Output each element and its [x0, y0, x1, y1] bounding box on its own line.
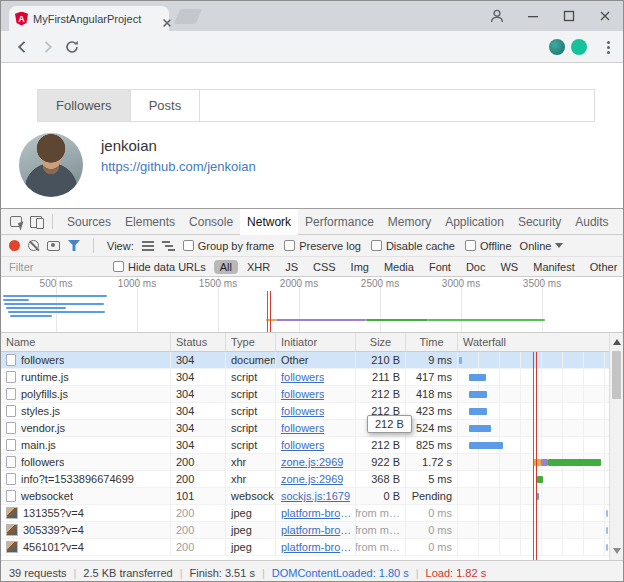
- devtools-tab-memory[interactable]: Memory: [381, 209, 438, 235]
- column-header-size[interactable]: Size: [356, 333, 406, 351]
- browser-menu-icon[interactable]: [599, 38, 617, 56]
- record-icon[interactable]: [9, 240, 20, 251]
- checkbox-hide-data-urls[interactable]: Hide data URLs: [113, 261, 206, 273]
- browser-tab[interactable]: MyFirstAngularProject: [9, 6, 169, 31]
- scroll-down-icon[interactable]: [613, 548, 621, 554]
- initiator-link[interactable]: platform-brows…: [281, 507, 355, 519]
- profile-icon[interactable]: [479, 1, 515, 31]
- maximize-button[interactable]: [551, 1, 587, 31]
- initiator-link[interactable]: followers: [281, 422, 324, 434]
- filter-pill-css[interactable]: CSS: [307, 260, 342, 274]
- document-icon: [6, 354, 16, 366]
- refresh-button[interactable]: [63, 38, 81, 56]
- table-row[interactable]: 456101?v=4200jpegplatform-brows…(from m……: [1, 539, 611, 556]
- throttling-dropdown[interactable]: Online: [520, 240, 564, 252]
- filter-pill-manifest[interactable]: Manifest: [527, 260, 581, 274]
- column-header-initiator[interactable]: Initiator: [276, 333, 356, 351]
- devtools-tab-console[interactable]: Console: [182, 209, 240, 235]
- cell-waterfall: [458, 488, 611, 504]
- profile-github-link[interactable]: https://github.com/jenkoian: [101, 159, 256, 174]
- table-row[interactable]: info?t=1533896674699200xhrzone.js:296936…: [1, 471, 611, 488]
- initiator-link[interactable]: followers: [281, 388, 324, 400]
- checkbox-label: Offline: [480, 240, 512, 252]
- load-marker-line: [536, 352, 537, 560]
- cell-initiator: sockjs.js:1679: [276, 488, 356, 504]
- initiator-link[interactable]: platform-brows…: [281, 524, 355, 536]
- filter-pill-other[interactable]: Other: [584, 260, 624, 274]
- page-tab-strip: Followers Posts: [37, 89, 595, 122]
- column-header-name[interactable]: Name: [1, 333, 171, 351]
- extension-icon-1[interactable]: [549, 39, 565, 55]
- network-toolbar: View: Group by framePreserve logDisable …: [1, 235, 623, 257]
- view-label: View:: [107, 240, 134, 252]
- devtools-tab-application[interactable]: Application: [438, 209, 511, 235]
- initiator-link[interactable]: zone.js:2969: [281, 473, 343, 485]
- filter-icon[interactable]: [68, 240, 80, 251]
- filter-pill-img[interactable]: Img: [345, 260, 375, 274]
- devtools-tab-bar: SourcesElementsConsoleNetworkPerformance…: [1, 209, 623, 235]
- table-row[interactable]: main.js304scriptfollowers212 B825 ms: [1, 437, 611, 454]
- column-header-type[interactable]: Type: [226, 333, 276, 351]
- filter-pill-ws[interactable]: WS: [494, 260, 524, 274]
- devtools-tab-elements[interactable]: Elements: [118, 209, 182, 235]
- page-tab-followers[interactable]: Followers: [38, 90, 131, 121]
- checkbox-disable-cache[interactable]: Disable cache: [371, 240, 455, 252]
- initiator-link[interactable]: followers: [281, 405, 324, 417]
- table-row[interactable]: vendor.js304scriptfollowers212 B524 ms: [1, 420, 611, 437]
- new-tab-button[interactable]: [174, 9, 203, 24]
- devtools-tab-sources[interactable]: Sources: [60, 209, 118, 235]
- table-row[interactable]: websocket101websock…sockjs.js:16790 BPen…: [1, 488, 611, 505]
- table-row[interactable]: styles.js304scriptfollowers212 B423 ms: [1, 403, 611, 420]
- initiator-link[interactable]: sockjs.js:1679: [281, 490, 350, 502]
- back-button[interactable]: [13, 38, 31, 56]
- cell-type: websock…: [226, 488, 276, 504]
- column-header-waterfall[interactable]: Waterfall: [458, 333, 611, 351]
- cell-type: script: [226, 403, 276, 419]
- devtools-tab-audits[interactable]: Audits: [568, 209, 615, 235]
- table-row[interactable]: 305339?v=4200jpegplatform-brows…(from m……: [1, 522, 611, 539]
- initiator-link[interactable]: zone.js:2969: [281, 456, 343, 468]
- inspect-element-icon[interactable]: [7, 213, 25, 231]
- devtools-tab-network[interactable]: Network: [240, 209, 298, 235]
- network-overview[interactable]: 500 ms1000 ms1500 ms2000 ms2500 ms3000 m…: [1, 277, 623, 333]
- initiator-link[interactable]: followers: [281, 439, 324, 451]
- column-header-time[interactable]: Time: [406, 333, 458, 351]
- clear-icon[interactable]: [28, 240, 39, 251]
- scrollbar[interactable]: [609, 333, 623, 560]
- table-row[interactable]: runtime.js304scriptfollowers211 B417 ms: [1, 369, 611, 386]
- page-tab-posts[interactable]: Posts: [131, 90, 201, 121]
- initiator-link[interactable]: followers: [281, 371, 324, 383]
- scroll-up-icon[interactable]: [613, 339, 621, 345]
- table-row[interactable]: followers304documentOther210 B9 ms: [1, 352, 611, 369]
- checkbox-box: [465, 240, 476, 251]
- filter-pill-font[interactable]: Font: [423, 260, 457, 274]
- waterfall-bar: [469, 442, 503, 449]
- filter-pill-doc[interactable]: Doc: [460, 260, 492, 274]
- devtools-tab-performance[interactable]: Performance: [298, 209, 381, 235]
- minimize-button[interactable]: [515, 1, 551, 31]
- table-row[interactable]: followers200xhrzone.js:2969922 B1.72 s: [1, 454, 611, 471]
- extension-icon-2[interactable]: [571, 39, 587, 55]
- column-header-status[interactable]: Status: [171, 333, 226, 351]
- filter-pill-xhr[interactable]: XHR: [241, 260, 276, 274]
- filter-pill-js[interactable]: JS: [279, 260, 304, 274]
- view-list-icon[interactable]: [142, 241, 154, 251]
- table-row[interactable]: polyfills.js304scriptfollowers212 B418 m…: [1, 386, 611, 403]
- checkbox-offline[interactable]: Offline: [465, 240, 512, 252]
- initiator-link[interactable]: platform-brows…: [281, 541, 355, 553]
- network-filter-input[interactable]: [9, 261, 105, 273]
- devtools-tab-security[interactable]: Security: [511, 209, 568, 235]
- table-row[interactable]: 131355?v=4200jpegplatform-brows…(from m……: [1, 505, 611, 522]
- checkbox-group-by-frame[interactable]: Group by frame: [183, 240, 274, 252]
- view-overview-icon[interactable]: [162, 241, 175, 251]
- checkbox-preserve-log[interactable]: Preserve log: [284, 240, 361, 252]
- forward-button[interactable]: [39, 38, 57, 56]
- cell-initiator: Other: [276, 352, 356, 368]
- filter-pill-media[interactable]: Media: [378, 260, 420, 274]
- cell-time: 524 ms: [406, 420, 458, 436]
- scrollbar-thumb[interactable]: [612, 351, 621, 399]
- device-toolbar-icon[interactable]: [27, 213, 45, 231]
- filter-pill-all[interactable]: All: [214, 260, 238, 274]
- close-window-button[interactable]: [587, 1, 623, 31]
- screenshot-capture-icon[interactable]: [47, 241, 60, 251]
